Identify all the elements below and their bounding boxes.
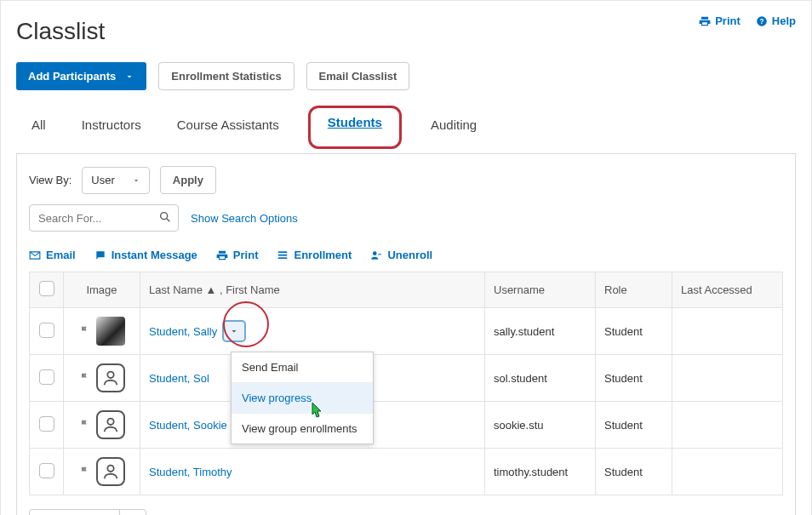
tab-students[interactable]: Students: [328, 115, 382, 129]
help-link[interactable]: ? Help: [756, 14, 796, 27]
print-link[interactable]: Print: [699, 14, 741, 27]
help-link-label: Help: [772, 14, 796, 27]
printer-icon: [699, 15, 711, 27]
tool-print[interactable]: Print: [216, 249, 259, 261]
flag-icon[interactable]: [79, 323, 91, 339]
viewby-select[interactable]: User: [82, 167, 149, 194]
show-search-options-link[interactable]: Show Search Options: [191, 212, 298, 225]
select-all-checkbox[interactable]: [39, 281, 54, 296]
row-checkbox[interactable]: [39, 323, 54, 338]
row-checkbox[interactable]: [39, 463, 54, 478]
flag-icon[interactable]: [79, 417, 91, 432]
search-input[interactable]: [29, 204, 179, 232]
svg-rect-6: [278, 257, 288, 259]
student-name-link[interactable]: Student, Timothy: [149, 466, 232, 478]
last-accessed-cell: [672, 449, 783, 495]
col-username[interactable]: Username: [485, 272, 596, 308]
col-role[interactable]: Role: [596, 272, 672, 308]
menu-send-email[interactable]: Send Email: [232, 352, 373, 383]
avatar-placeholder-icon: [96, 363, 125, 392]
user-minus-icon: [370, 249, 382, 261]
row-checkbox[interactable]: [39, 369, 54, 385]
chevron-down-icon: [132, 176, 140, 185]
tab-all[interactable]: All: [25, 109, 53, 140]
role-cell: Student: [596, 308, 672, 355]
viewby-label: View By:: [29, 174, 71, 186]
table-row: Student, Timothy timothy.studentStudent: [30, 449, 783, 495]
row-context-menu: Send Email View progress View group enro…: [231, 352, 374, 444]
svg-point-7: [373, 251, 377, 255]
tool-email-label: Email: [46, 249, 76, 261]
email-icon: [29, 249, 41, 261]
last-accessed-cell: [672, 355, 783, 402]
page-title: Classlist: [16, 18, 105, 45]
username-cell: sookie.stu: [485, 402, 596, 449]
classlist-table: Image Last Name ▲ , First Name Username …: [29, 272, 783, 495]
svg-point-11: [107, 466, 113, 472]
svg-text:?: ?: [759, 17, 763, 25]
col-name[interactable]: Last Name ▲ , First Name: [140, 272, 485, 308]
enrollment-stats-button[interactable]: Enrollment Statistics: [158, 62, 294, 90]
add-participants-label: Add Participants: [28, 70, 116, 83]
tool-im-label: Instant Message: [112, 249, 197, 261]
tab-auditing[interactable]: Auditing: [424, 109, 483, 140]
menu-view-group-enrollments[interactable]: View group enrollments: [232, 414, 373, 443]
student-name-link[interactable]: Student, Sookie: [149, 419, 227, 432]
svg-rect-4: [278, 251, 288, 253]
chevron-down-icon: [119, 510, 146, 515]
viewby-value: User: [91, 174, 114, 186]
svg-point-10: [107, 419, 113, 425]
flag-icon[interactable]: [79, 370, 91, 386]
row-checkbox[interactable]: [39, 416, 54, 432]
tab-course-assistants[interactable]: Course Assistants: [170, 109, 286, 140]
table-row: Student, Sookie sookie.stuStudent: [30, 402, 783, 449]
tool-print-label: Print: [233, 249, 259, 261]
svg-point-2: [161, 213, 168, 220]
avatar-placeholder-icon: [96, 457, 125, 486]
tool-enrollment[interactable]: Enrollment: [277, 249, 352, 261]
svg-point-9: [107, 372, 113, 378]
last-accessed-cell: [672, 308, 783, 355]
page-size-select[interactable]: 20 per page: [29, 509, 146, 515]
tool-enrollment-label: Enrollment: [294, 249, 352, 261]
flag-icon[interactable]: [79, 464, 91, 479]
chevron-down-icon: [229, 326, 239, 336]
role-cell: Student: [596, 402, 672, 449]
username-cell: sol.student: [485, 355, 596, 402]
printer-icon: [216, 249, 228, 261]
email-classlist-button[interactable]: Email Classlist: [306, 62, 410, 90]
tab-instructors[interactable]: Instructors: [75, 109, 148, 140]
student-name-link[interactable]: Student, Sol: [149, 372, 209, 385]
row-actions-button[interactable]: [222, 320, 246, 342]
print-link-label: Print: [715, 14, 741, 27]
search-icon[interactable]: [158, 210, 172, 224]
role-cell: Student: [596, 449, 672, 495]
username-cell: sally.student: [485, 308, 596, 355]
student-name-link[interactable]: Student, Sally: [149, 325, 217, 338]
list-icon: [277, 249, 289, 261]
chevron-down-icon: [124, 72, 134, 82]
chat-icon: [94, 249, 106, 261]
tool-im[interactable]: Instant Message: [94, 249, 197, 261]
username-cell: timothy.student: [485, 449, 596, 495]
table-row: Student, Sol sol.studentStudent: [30, 355, 783, 402]
col-image: Image: [64, 272, 140, 308]
tool-unenroll[interactable]: Unenroll: [370, 249, 432, 261]
svg-rect-5: [278, 254, 288, 255]
avatar-photo: [96, 317, 125, 346]
svg-line-3: [167, 219, 169, 221]
avatar-placeholder-icon: [96, 410, 125, 439]
apply-button[interactable]: Apply: [160, 166, 216, 194]
role-cell: Student: [596, 355, 672, 402]
table-row: Student, Sally sally.studentStudent: [30, 308, 783, 355]
add-participants-button[interactable]: Add Participants: [16, 62, 146, 90]
menu-view-progress[interactable]: View progress: [232, 383, 373, 414]
last-accessed-cell: [672, 402, 783, 449]
col-checkbox: [30, 272, 64, 308]
tool-unenroll-label: Unenroll: [387, 249, 432, 261]
col-last-accessed[interactable]: Last Accessed: [672, 272, 783, 308]
page-size-label: 20 per page: [30, 510, 119, 515]
tool-email[interactable]: Email: [29, 249, 76, 261]
help-icon: ?: [756, 15, 768, 27]
tab-students-highlight: Students: [308, 106, 402, 149]
